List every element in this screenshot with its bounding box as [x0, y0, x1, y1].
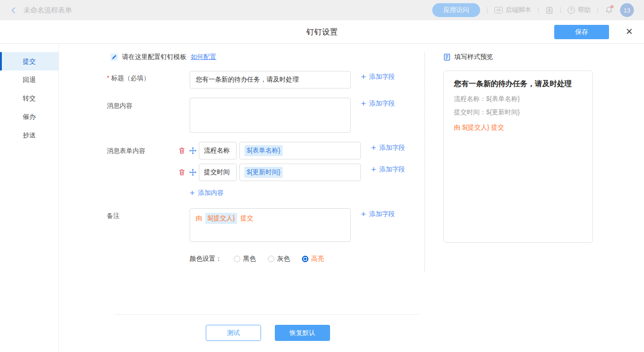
radio-icon	[268, 256, 274, 262]
sidebar-item-cc[interactable]: 抄送	[0, 126, 58, 144]
radio-checked-icon	[302, 256, 308, 262]
help-icon: ?	[568, 6, 575, 14]
topbar: 未命名流程表单 应用访问 </> 后端脚本 ? 帮助	[0, 0, 644, 20]
title-field-label: *标题（必填）	[107, 74, 150, 82]
row-value-input[interactable]: ${表单名称}	[239, 142, 361, 159]
plus-icon: +	[371, 144, 376, 152]
required-asterisk: *	[107, 74, 109, 82]
message-content-label: 消息内容	[107, 102, 133, 110]
radio-icon	[234, 256, 240, 262]
variable-chip: ${表单名称}	[244, 145, 283, 156]
remark-content: 由 ${提交人} 提交	[196, 213, 345, 224]
add-field-link[interactable]: + 添加字段	[361, 100, 395, 108]
color-option-gray[interactable]: 灰色	[268, 255, 290, 263]
restore-default-button[interactable]: 恢复默认	[275, 325, 330, 341]
divider	[487, 7, 487, 13]
add-field-link[interactable]: + 添加字段	[371, 165, 405, 174]
plus-icon: +	[190, 189, 195, 197]
sidebar-item-return[interactable]: 回退	[0, 70, 58, 89]
title-input[interactable]	[190, 71, 351, 88]
drag-move-icon[interactable]	[189, 169, 197, 176]
contacts-icon[interactable]	[545, 6, 553, 14]
plus-icon: +	[361, 100, 366, 107]
preview-row-submit-time: 提交时间：${更新时间}	[454, 108, 582, 117]
divider	[538, 7, 539, 13]
variable-chip: ${提交人}	[205, 213, 237, 224]
add-field-link[interactable]: + 添加字段	[361, 73, 395, 81]
preview-row-process-name: 流程名称：${表单名称}	[454, 95, 582, 103]
remark-label: 备注	[107, 212, 120, 220]
color-setting-label: 颜色设置：	[190, 255, 222, 263]
dialog-title: 钉钉设置	[0, 20, 644, 44]
plus-icon: +	[361, 73, 366, 81]
how-to-configure-link[interactable]: 如何配置	[191, 53, 216, 61]
add-field-link[interactable]: + 添加字段	[371, 144, 405, 152]
divider	[115, 314, 419, 315]
message-form-content-label: 消息表单内容	[107, 147, 145, 155]
pencil-icon	[110, 53, 118, 61]
back-chevron-icon[interactable]	[10, 7, 17, 14]
avatar[interactable]: 13	[620, 3, 634, 17]
plus-icon: +	[361, 211, 366, 218]
preview-footer: 由 ${提交人} 提交	[454, 123, 582, 132]
notification-bell-icon[interactable]	[605, 6, 613, 14]
test-button[interactable]: 测试	[206, 325, 261, 341]
sidebar-item-submit[interactable]: 提交	[0, 52, 58, 70]
preview-title: 您有一条新的待办任务，请及时处理	[454, 79, 582, 89]
screen: 未命名流程表单 应用访问 </> 后端脚本 ? 帮助	[0, 0, 644, 352]
divider	[560, 7, 561, 13]
divider	[424, 52, 425, 272]
color-option-black[interactable]: 黑色	[234, 255, 256, 263]
plus-icon: +	[371, 166, 376, 173]
dialog-header: 钉钉设置 保存 ✕	[0, 20, 644, 44]
add-field-link[interactable]: + 添加字段	[361, 210, 395, 218]
delete-row-icon[interactable]	[178, 169, 186, 176]
close-icon[interactable]: ✕	[626, 26, 633, 38]
sidebar: 提交 回退 转交 催办 抄送	[0, 44, 59, 352]
app-access-button[interactable]: 应用访问	[432, 3, 480, 17]
help-button[interactable]: ? 帮助	[568, 6, 591, 14]
delete-row-icon[interactable]	[178, 147, 186, 154]
backend-script-button[interactable]: </> 后端脚本	[494, 6, 531, 14]
dingtalk-template-form: 请在这里配置钉钉模板 如何配置 *标题（必填） + 添加字段 消息内容 + 添加…	[59, 44, 644, 352]
variable-chip: ${更新时间}	[244, 167, 283, 178]
message-content-textarea[interactable]	[190, 98, 351, 133]
preview-heading: 填写样式预览	[443, 53, 493, 61]
divider	[598, 7, 598, 13]
workflow-title: 未命名流程表单	[23, 6, 72, 15]
drag-move-icon[interactable]	[189, 147, 197, 154]
save-button[interactable]: 保存	[554, 25, 609, 39]
row-key-input[interactable]	[199, 142, 237, 159]
preview-card: 您有一条新的待办任务，请及时处理 流程名称：${表单名称} 提交时间：${更新时…	[443, 70, 593, 243]
remark-textarea[interactable]: 由 ${提交人} 提交	[190, 208, 351, 242]
config-hint-row: 请在这里配置钉钉模板 如何配置	[110, 53, 216, 61]
code-icon: </>	[494, 7, 503, 13]
dialog-body: 提交 回退 转交 催办 抄送 请在这里配置钉钉模板 如何配置 *标题（必填） +	[0, 44, 644, 352]
color-setting-row: 颜色设置： 黑色 灰色 高亮	[190, 255, 324, 263]
sidebar-item-transfer[interactable]: 转交	[0, 89, 58, 107]
sidebar-item-urge[interactable]: 催办	[0, 107, 58, 126]
color-option-highlight[interactable]: 高亮	[302, 255, 324, 263]
notification-dot	[610, 5, 614, 8]
row-key-input[interactable]	[199, 164, 237, 181]
config-hint-text: 请在这里配置钉钉模板	[122, 53, 186, 61]
row-value-input[interactable]: ${更新时间}	[239, 164, 361, 181]
document-icon	[443, 53, 451, 61]
add-content-link[interactable]: + 添加内容	[190, 189, 224, 197]
